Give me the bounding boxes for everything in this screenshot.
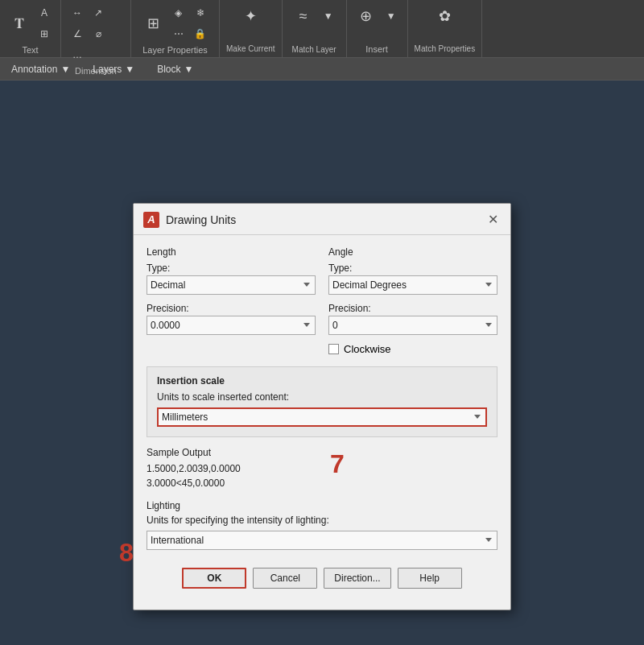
toolbar-match-props-label: Match Properties [415, 44, 476, 54]
ok-button[interactable]: OK [182, 568, 246, 589]
clockwise-checkbox[interactable] [328, 344, 339, 354]
match-properties-icon[interactable]: ✿ [431, 3, 457, 29]
canvas-area: A Drawing Units ✕ Length Type: Decimal [0, 103, 644, 645]
insert-dropdown-icon[interactable]: ▼ [382, 6, 401, 26]
toolbar-match-props-section: ✿ Match Properties [408, 0, 483, 57]
dialog-body: Length Type: Decimal Architectural Engin… [134, 235, 510, 610]
toolbar-layer-icons: ⊞ ◈ ⋯ ❄ 🔒 [141, 3, 210, 43]
toolbar-text-icons: 𝐓 A ⊞ [6, 3, 54, 43]
toolbar-dimension-icons: ↔ ↗ ∠ ⌀ … [68, 3, 124, 64]
layer-properties-icon[interactable]: ⊞ [141, 10, 167, 36]
angle-precision-label: Precision: [328, 303, 497, 314]
dialog-title: Drawing Units [166, 213, 478, 226]
length-column: Length Type: Decimal Architectural Engin… [147, 246, 316, 355]
annotation-label: Annotation [11, 64, 57, 75]
angle-type-select[interactable]: Decimal Degrees Deg/Min/Sec Grads Radian… [328, 275, 497, 295]
insert-block-icon[interactable]: ⊕ [353, 3, 379, 29]
direction-button[interactable]: Direction... [324, 568, 390, 589]
text-icon[interactable]: 𝐓 [6, 10, 32, 36]
dialog-footer: OK Cancel Direction... Help [147, 561, 497, 600]
angle-type-label: Type: [328, 263, 497, 274]
insertion-scale-select[interactable]: Millimeters Inches Feet Meters Centimete… [157, 407, 487, 427]
length-type-select[interactable]: Decimal Architectural Engineering Fracti… [147, 275, 316, 295]
block-menu[interactable]: Block ▼ [146, 58, 204, 80]
lighting-title: Lighting [147, 500, 497, 511]
toolbar-text-label: Text [22, 45, 38, 55]
sample-output-line1: 1.5000,2.0039,0.0000 [147, 461, 497, 476]
dialog-close-button[interactable]: ✕ [485, 212, 501, 228]
help-button[interactable]: Help [398, 568, 462, 589]
insertion-scale-title: Insertion scale [157, 375, 487, 387]
insertion-scale-row: Millimeters Inches Feet Meters Centimete… [157, 407, 487, 427]
dim-radius-icon[interactable]: ⌀ [89, 24, 108, 43]
angle-precision-group: Precision: 0 0.0 0.00 0.000 [328, 303, 497, 335]
toolbar-insert-icons: ⊕ ▼ [353, 3, 401, 29]
lighting-subtitle: Units for specifying the intensity of li… [147, 515, 497, 526]
text-table-icon[interactable]: ⊞ [35, 24, 54, 43]
text-style-icon[interactable]: A [35, 3, 54, 23]
angle-type-group: Type: Decimal Degrees Deg/Min/Sec Grads … [328, 263, 497, 295]
dialog-top-columns: Length Type: Decimal Architectural Engin… [147, 246, 497, 355]
length-type-group: Type: Decimal Architectural Engineering … [147, 263, 316, 295]
toolbar-match-props-icons: ✿ [431, 3, 457, 29]
toolbar-match-layer-section: ≈ ▼ Match Layer [283, 0, 347, 57]
insertion-scale-subtitle: Units to scale inserted content: [157, 391, 487, 403]
lighting-section: Lighting Units for specifying the intens… [147, 500, 497, 550]
toolbar-insert-section: ⊕ ▼ Insert [347, 0, 408, 57]
length-section-title: Length [147, 246, 316, 258]
toolbar-match-layer-label: Match Layer [292, 45, 336, 54]
sample-output-title: Sample Output [147, 447, 497, 458]
toolbar-dimension-section: ↔ ↗ ∠ ⌀ … Dimension [61, 0, 131, 57]
length-precision-group: Precision: 0.0000 0.000 0.00 0.0 0 [147, 303, 316, 335]
match-layer-icon[interactable]: ≈ [291, 3, 316, 29]
length-precision-select[interactable]: 0.0000 0.000 0.00 0.0 0 [147, 316, 316, 335]
toolbar-layer-label: Layer Properties [142, 45, 208, 55]
layers-menu[interactable]: Layers ▼ [81, 58, 146, 80]
dim-linear-icon[interactable]: ↔ [68, 3, 87, 23]
dialog-overlay: A Drawing Units ✕ Length Type: Decimal [0, 103, 644, 645]
angle-section-title: Angle [328, 246, 497, 258]
toolbar-make-current-label: Make Current [226, 44, 275, 54]
layer-freeze-icon[interactable]: ❄ [191, 3, 210, 23]
dialog-titlebar: A Drawing Units ✕ [134, 204, 510, 235]
drawing-units-dialog: A Drawing Units ✕ Length Type: Decimal [133, 203, 511, 610]
dim-angular-icon[interactable]: ∠ [68, 24, 87, 43]
annotation-arrow-icon: ▼ [60, 64, 70, 75]
sample-output-line2: 3.0000<45,0.0000 [147, 476, 497, 490]
toolbar-make-current-icons: ✦ [237, 3, 263, 29]
angle-precision-select[interactable]: 0 0.0 0.00 0.000 [328, 316, 497, 335]
layers-arrow-icon: ▼ [125, 64, 134, 75]
layer-more-icon[interactable]: ⋯ [169, 24, 188, 43]
block-label: Block [157, 64, 180, 75]
toolbar-make-current-section: ✦ Make Current [220, 0, 283, 57]
toolbar-layer-section: ⊞ ◈ ⋯ ❄ 🔒 Layer Properties [131, 0, 220, 57]
dialog-title-icon: A [143, 212, 159, 228]
dim-aligned-icon[interactable]: ↗ [89, 3, 108, 23]
lighting-units-select[interactable]: International American Generic [147, 531, 497, 550]
annotation-menu[interactable]: Annotation ▼ [0, 58, 81, 80]
layer-lock-icon[interactable]: 🔒 [191, 24, 210, 43]
make-current-icon[interactable]: ✦ [237, 3, 263, 29]
toolbar-text-section: 𝐓 A ⊞ Text [0, 0, 61, 57]
insertion-scale-section: Insertion scale Units to scale inserted … [147, 366, 497, 437]
angle-column: Angle Type: Decimal Degrees Deg/Min/Sec … [328, 246, 497, 355]
toolbar: 𝐓 A ⊞ Text ↔ ↗ ∠ ⌀ … Dimension ⊞ ◈ ⋯ [0, 0, 644, 58]
clockwise-label: Clockwise [344, 343, 391, 355]
clockwise-row: Clockwise [328, 343, 497, 355]
toolbar-match-layer-icons: ≈ ▼ [291, 3, 338, 29]
cancel-button[interactable]: Cancel [253, 568, 317, 589]
layer-color-icon[interactable]: ◈ [169, 3, 188, 23]
sample-output-section: Sample Output 1.5000,2.0039,0.0000 3.000… [147, 447, 497, 490]
length-type-label: Type: [147, 263, 316, 274]
layers-label: Layers [93, 64, 122, 75]
block-arrow-icon: ▼ [184, 64, 194, 75]
toolbar-bottom: Annotation ▼ Layers ▼ Block ▼ [0, 58, 644, 81]
match-layer-dropdown-icon[interactable]: ▼ [319, 6, 338, 26]
toolbar-insert-label: Insert [365, 44, 388, 54]
length-precision-label: Precision: [147, 303, 316, 314]
